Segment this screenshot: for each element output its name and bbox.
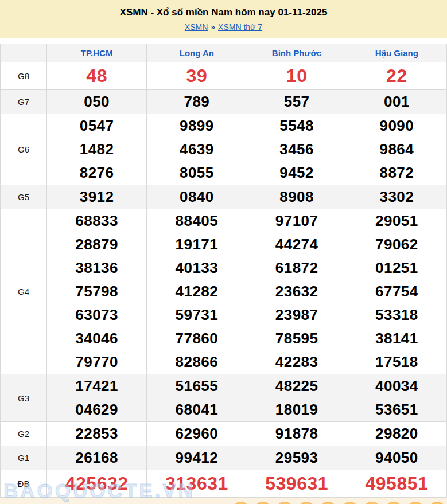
lotto-ball-icon <box>254 502 271 504</box>
prize-number: 53651 <box>347 398 446 421</box>
page-header: XSMN - Xổ số miền Nam hôm nay 01-11-2025… <box>0 0 447 38</box>
prize-label: G4 <box>1 209 47 374</box>
prize-number: 51655 <box>147 374 246 398</box>
lotto-ball-icon <box>276 502 293 504</box>
prize-number: 17518 <box>347 350 446 374</box>
prize-number: 48225 <box>247 374 347 398</box>
prize-number: 79770 <box>47 350 146 374</box>
prize-cell: 99412 <box>147 446 247 470</box>
prize-label: G2 <box>1 422 47 446</box>
prize-cell: 554834569452 <box>247 114 347 185</box>
prize-number: 22853 <box>47 422 146 446</box>
prize-cell: 48 <box>47 62 147 89</box>
prize-number: 17421 <box>47 374 146 398</box>
prize-cell: 29593 <box>247 446 347 470</box>
prize-cell: 91878 <box>247 422 347 446</box>
table-row: G317421046295165568041482251801940034536… <box>1 374 446 422</box>
prize-number: 3302 <box>347 185 446 209</box>
prize-number: 28879 <box>47 233 146 256</box>
table-row: G848391022 <box>1 62 446 90</box>
breadcrumb-link-home[interactable]: XSMN <box>185 22 208 32</box>
table-row: G7050789557001 <box>1 90 446 114</box>
prize-cell: 3912 <box>47 185 147 209</box>
prize-cell: 4822518019 <box>247 374 347 421</box>
prize-cell: 5165568041 <box>147 374 247 421</box>
prize-cell: 539631 <box>247 470 347 497</box>
prize-number: 5548 <box>247 114 347 138</box>
prize-number: 22 <box>347 62 446 89</box>
prize-number: 8055 <box>147 161 246 185</box>
prize-number: 10 <box>247 62 347 89</box>
prize-number: 01251 <box>347 256 446 280</box>
prize-number: 42283 <box>247 350 347 374</box>
lotto-ball-icon <box>298 502 315 504</box>
prize-cell: 29051790620125167754533183814117518 <box>347 209 446 374</box>
prize-number: 425632 <box>47 470 146 497</box>
prize-number: 23987 <box>247 303 347 327</box>
prize-cell: 22853 <box>47 422 147 446</box>
prize-number: 68041 <box>147 398 246 421</box>
prize-cell: 8908 <box>247 185 347 209</box>
prize-label: G7 <box>1 90 47 114</box>
prize-cell: 050 <box>47 90 147 114</box>
prize-cell: 68833288793813675798630733404679770 <box>47 209 147 374</box>
lotto-ball-icon <box>363 502 380 504</box>
prize-number: 050 <box>47 90 146 114</box>
prize-number: 4639 <box>147 138 246 161</box>
prize-number: 38141 <box>347 327 446 350</box>
column-link-3[interactable]: Hậu Giang <box>375 48 418 58</box>
prize-cell: 557 <box>247 90 347 114</box>
table-row: G126168994122959394050 <box>1 446 446 470</box>
prize-number: 99412 <box>147 446 246 470</box>
prize-number: 1482 <box>47 138 146 161</box>
prize-number: 40133 <box>147 256 246 280</box>
prize-number: 79062 <box>347 233 446 256</box>
prize-number: 557 <box>247 90 347 114</box>
column-link-0[interactable]: TP.HCM <box>81 48 113 58</box>
lotto-ball-icon <box>407 502 424 504</box>
breadcrumb-link-current[interactable]: XSMN thứ 7 <box>218 22 262 32</box>
prize-number: 3456 <box>247 138 347 161</box>
prize-cell: 001 <box>347 90 446 114</box>
prize-number: 68833 <box>47 209 146 233</box>
prize-number: 9452 <box>247 161 347 185</box>
lotto-ball-icon <box>341 502 359 504</box>
prize-cell: 989946398055 <box>147 114 247 185</box>
prize-number: 97107 <box>247 209 347 233</box>
prize-cell: 425632 <box>47 470 147 497</box>
prize-cell: 29820 <box>347 422 446 446</box>
column-header-cell: TP.HCM <box>47 44 147 62</box>
lotto-ball-icon <box>320 502 337 504</box>
prize-cell: 1742104629 <box>47 374 147 421</box>
lotto-balls-strip <box>0 498 447 504</box>
prize-number: 75798 <box>47 280 146 303</box>
prize-number: 8276 <box>47 161 146 185</box>
column-link-1[interactable]: Long An <box>180 48 214 58</box>
prize-label: G5 <box>1 185 47 209</box>
breadcrumb: XSMN»XSMN thứ 7 <box>5 22 442 32</box>
prize-cell: 62960 <box>147 422 247 446</box>
prize-number: 38136 <box>47 256 146 280</box>
prize-cell: 4003453651 <box>347 374 446 421</box>
prize-number: 18019 <box>247 398 347 421</box>
prize-cell: 88405191714013341282597317786082866 <box>147 209 247 374</box>
prize-number: 001 <box>347 90 446 114</box>
prize-cell: 97107442746187223632239877859542283 <box>247 209 347 374</box>
prize-number: 8908 <box>247 185 347 209</box>
corner-cell <box>1 44 47 62</box>
prize-cell: 0840 <box>147 185 247 209</box>
prize-number: 26168 <box>47 446 146 470</box>
page-title: XSMN - Xổ số miền Nam hôm nay 01-11-2025 <box>5 7 442 18</box>
prize-number: 53318 <box>347 303 446 327</box>
column-header-cell: Hậu Giang <box>347 44 446 62</box>
prize-number: 77860 <box>147 327 246 350</box>
prize-number: 34046 <box>47 327 146 350</box>
prize-cell: 94050 <box>347 446 446 470</box>
prize-number: 78595 <box>247 327 347 350</box>
prize-number: 61872 <box>247 256 347 280</box>
prize-number: 59731 <box>147 303 246 327</box>
prize-cell: 909098648872 <box>347 114 446 185</box>
column-link-2[interactable]: Bình Phước <box>272 48 322 58</box>
prize-label: ĐB <box>1 470 47 497</box>
prize-number: 63073 <box>47 303 146 327</box>
